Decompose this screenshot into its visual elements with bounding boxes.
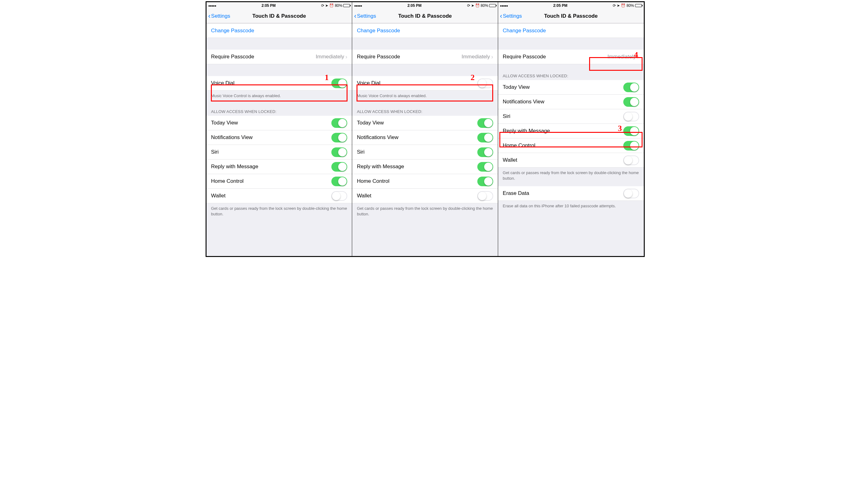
nav-bar: ‹ Settings Touch ID & Passcode [498,9,644,23]
today-toggle[interactable] [477,118,493,128]
location-icon: ➤ [325,3,328,8]
reply-label: Reply with Message [357,164,404,170]
status-bar: ●●●●● 2:05 PM ⟳ ➤ ⏰ 80% [207,2,352,9]
wallet-cell[interactable]: Wallet [498,153,644,167]
home-control-cell[interactable]: Home Control [207,174,352,189]
back-label: Settings [503,13,522,19]
siri-cell[interactable]: Siri [498,109,644,124]
reply-message-cell[interactable]: Reply with Message [352,160,498,174]
settings-list[interactable]: Change Passcode Require Passcode Immedia… [498,23,644,256]
annotation-number-3: 3 [618,124,622,133]
notifications-label: Notifications View [357,134,398,141]
allow-access-header: ALLOW ACCESS WHEN LOCKED: [498,64,644,80]
notifications-view-cell[interactable]: Notifications View [207,130,352,145]
status-right: ⟳ ➤ ⏰ 80% [613,3,642,8]
nav-bar: ‹ Settings Touch ID & Passcode [207,9,352,23]
allow-access-header: ALLOW ACCESS WHEN LOCKED: [352,104,498,116]
home-control-toggle[interactable] [331,177,347,186]
notifications-toggle[interactable] [477,133,493,142]
status-right: ⟳ ➤ ⏰ 80% [467,3,496,8]
today-view-cell[interactable]: Today View [207,116,352,130]
wallet-footer: Get cards or passes ready from the lock … [207,203,352,222]
voice-dial-footer: Music Voice Control is always enabled. [352,91,498,104]
siri-cell[interactable]: Siri [207,145,352,160]
settings-list[interactable]: Change Passcode Require Passcode Immedia… [207,23,352,256]
require-passcode-label: Require Passcode [211,54,254,60]
wallet-toggle[interactable] [623,156,639,165]
require-passcode-label: Require Passcode [357,54,400,60]
rotation-lock-icon: ⟳ [613,3,616,8]
today-view-cell[interactable]: Today View [498,80,644,95]
notifications-label: Notifications View [503,99,544,105]
back-button[interactable]: ‹ Settings [207,13,230,20]
require-passcode-cell[interactable]: Require Passcode Immediately › [498,50,644,64]
reply-message-cell[interactable]: Reply with Message [207,160,352,174]
change-passcode-cell[interactable]: Change Passcode [352,23,498,38]
chevron-left-icon: ‹ [208,13,211,20]
change-passcode-cell[interactable]: Change Passcode [207,23,352,38]
annotation-number-2: 2 [470,73,474,82]
notifications-view-cell[interactable]: Notifications View [498,95,644,109]
reply-toggle[interactable] [331,162,347,172]
voice-dial-toggle[interactable] [477,78,493,88]
wallet-label: Wallet [503,157,517,163]
location-icon: ➤ [471,3,474,8]
notifications-view-cell[interactable]: Notifications View [352,130,498,145]
back-button[interactable]: ‹ Settings [498,13,522,20]
home-control-cell[interactable]: Home Control [352,174,498,189]
require-passcode-label: Require Passcode [503,54,546,60]
battery-icon [343,4,350,7]
battery-pct: 80% [481,3,488,8]
voice-dial-cell[interactable]: Voice Dial [207,76,352,91]
voice-dial-cell[interactable]: Voice Dial [352,76,498,91]
notifications-toggle[interactable] [331,133,347,142]
notifications-toggle[interactable] [623,97,639,107]
siri-label: Siri [503,113,510,120]
alarm-icon: ⏰ [621,3,625,8]
erase-toggle[interactable] [623,189,639,198]
rotation-lock-icon: ⟳ [467,3,470,8]
erase-data-cell[interactable]: Erase Data [498,186,644,201]
siri-toggle[interactable] [331,147,347,157]
today-view-cell[interactable]: Today View [352,116,498,130]
wallet-toggle[interactable] [477,191,493,201]
wallet-cell[interactable]: Wallet [352,189,498,203]
wallet-toggle[interactable] [331,191,347,201]
back-button[interactable]: ‹ Settings [352,13,376,20]
reply-toggle[interactable] [477,162,493,172]
battery-pct: 80% [626,3,634,8]
require-passcode-value: Immediately [607,54,636,60]
home-control-label: Home Control [357,178,389,184]
settings-list[interactable]: Change Passcode Require Passcode Immedia… [352,23,498,256]
change-passcode-cell[interactable]: Change Passcode [498,23,644,38]
voice-dial-label: Voice Dial [211,80,235,86]
home-control-toggle[interactable] [623,141,639,150]
home-control-label: Home Control [503,142,535,149]
siri-cell[interactable]: Siri [352,145,498,160]
wallet-footer: Get cards or passes ready from the lock … [352,203,498,222]
reply-toggle[interactable] [623,126,639,136]
today-label: Today View [211,120,238,126]
home-control-cell[interactable]: Home Control [498,139,644,153]
status-right: ⟳ ➤ ⏰ 80% [321,3,350,8]
siri-toggle[interactable] [477,147,493,157]
annotation-number-4: 4 [634,50,638,59]
require-passcode-cell[interactable]: Require Passcode Immediately › [207,50,352,64]
alarm-icon: ⏰ [475,3,480,8]
rotation-lock-icon: ⟳ [321,3,324,8]
status-time: 2:05 PM [407,3,421,8]
today-toggle[interactable] [623,83,639,92]
require-passcode-cell[interactable]: Require Passcode Immediately › [352,50,498,64]
status-bar: ●●●●● 2:05 PM ⟳ ➤ ⏰ 80% [352,2,498,9]
voice-dial-footer: Music Voice Control is always enabled. [207,91,352,104]
today-label: Today View [503,84,530,90]
today-toggle[interactable] [331,118,347,128]
wallet-cell[interactable]: Wallet [207,189,352,203]
home-control-label: Home Control [211,178,244,184]
reply-label: Reply with Message [503,128,550,134]
status-time: 2:05 PM [553,3,567,8]
home-control-toggle[interactable] [477,177,493,186]
siri-toggle[interactable] [623,112,639,121]
voice-dial-toggle[interactable] [331,78,347,88]
back-label: Settings [357,13,376,19]
